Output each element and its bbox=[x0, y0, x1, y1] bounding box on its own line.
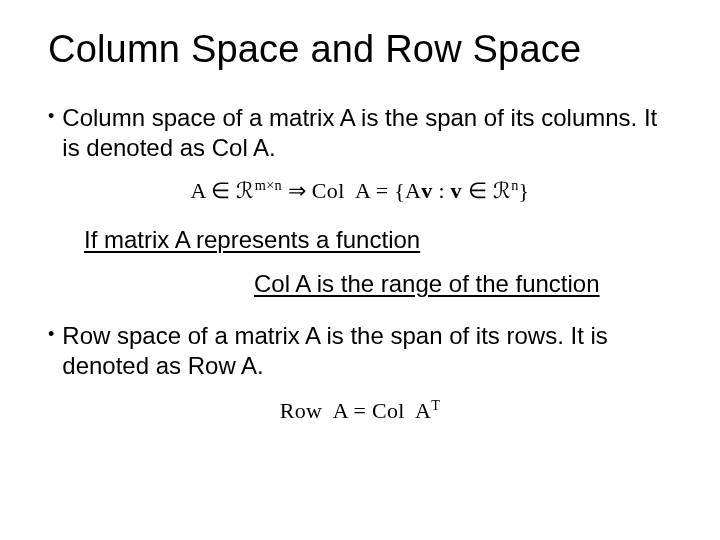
bullet-list: • Column space of a matrix A is the span… bbox=[48, 103, 672, 424]
formula-rowspace: Row A = Col AT bbox=[48, 397, 672, 425]
bullet-dot-icon: • bbox=[48, 103, 62, 163]
bullet-item-colspace: • Column space of a matrix A is the span… bbox=[48, 103, 672, 163]
slide: Column Space and Row Space • Column spac… bbox=[0, 0, 720, 424]
bullet-dot-icon: • bbox=[48, 321, 62, 381]
formula-colspace: A ∈ ℛm×n ⇒ Col A = {Av : v ∈ ℛn} bbox=[48, 177, 672, 205]
slide-title: Column Space and Row Space bbox=[48, 28, 672, 71]
bullet-item-rowspace: • Row space of a matrix A is the span of… bbox=[48, 321, 672, 381]
callout-function-premise: If matrix A represents a function bbox=[84, 225, 672, 255]
bullet-text: Column space of a matrix A is the span o… bbox=[62, 103, 672, 163]
callout-range-conclusion: Col A is the range of the function bbox=[254, 269, 672, 299]
bullet-text: Row space of a matrix A is the span of i… bbox=[62, 321, 672, 381]
